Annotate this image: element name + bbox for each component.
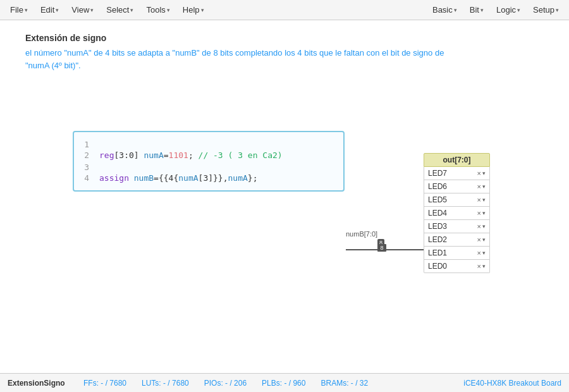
status-project-name: ExtensionSigno [8, 379, 83, 388]
code-bracket: [3:0] [114, 150, 144, 160]
line-num-1: 1 [74, 138, 97, 149]
code-comment: // -3 ( 3 en Ca2) [199, 150, 283, 160]
status-luts: LUTs: - / 7680 [142, 379, 189, 388]
menu-setup-arrow: ▾ [556, 7, 559, 13]
var-numa: numA [144, 150, 163, 160]
menubar-right: Basic ▾ Bit ▾ Logic ▾ Setup ▾ [427, 3, 564, 17]
led4-controls: × ▾ [477, 209, 486, 217]
menu-select-label: Select [106, 5, 129, 15]
led0-dropdown[interactable]: ▾ [482, 263, 486, 269]
menu-help-arrow: ▾ [201, 7, 204, 13]
led3-x-btn[interactable]: × [477, 223, 481, 230]
output-row-led2: LED2 × ▾ [424, 233, 490, 247]
menu-tools-arrow: ▾ [167, 7, 170, 13]
led6-controls: × ▾ [477, 183, 486, 190]
menu-logic[interactable]: Logic ▾ [491, 3, 525, 17]
menu-bit-label: Bit [470, 5, 479, 15]
led1-label: LED1 [428, 248, 447, 257]
section-desc: el número "numA" de 4 bits se adapta a "… [25, 47, 468, 71]
menu-view-arrow: ▾ [90, 7, 94, 13]
menu-select-arrow: ▾ [130, 7, 133, 13]
wire-label: numB[7:0] [346, 230, 377, 238]
led7-x-btn[interactable]: × [477, 169, 481, 177]
status-ffs: FFs: - / 7680 [83, 379, 126, 388]
led0-label: LED0 [428, 262, 447, 271]
led1-controls: × ▾ [477, 249, 486, 257]
output-row-led0: LED0 × ▾ [424, 260, 490, 273]
menu-file[interactable]: File ▾ [5, 3, 33, 17]
led1-dropdown[interactable]: ▾ [482, 250, 486, 256]
var-numa3: numA [228, 173, 248, 183]
status-board: iCE40-HX8K Breakout Board [463, 379, 561, 388]
menu-help-label: Help [183, 5, 200, 15]
led7-controls: × ▾ [477, 169, 486, 177]
menu-help[interactable]: Help ▾ [178, 3, 209, 17]
line-num-4: 4 [74, 172, 97, 184]
led7-label: LED7 [428, 169, 447, 178]
line-code-3 [97, 161, 343, 172]
menu-edit-arrow: ▾ [56, 7, 59, 13]
kw-reg: reg [99, 150, 114, 160]
led2-label: LED2 [428, 235, 447, 244]
menu-bit[interactable]: Bit ▾ [465, 3, 489, 17]
output-row-led6: LED6 × ▾ [424, 180, 490, 193]
menu-file-arrow: ▾ [25, 7, 28, 13]
output-row-led3: LED3 × ▾ [424, 220, 490, 233]
led2-x-btn[interactable]: × [477, 236, 481, 243]
code-container: 1 2 reg[3:0] numA=1101; // -3 ( 3 en Ca2… [73, 131, 345, 192]
led3-label: LED3 [428, 222, 447, 231]
led4-x-btn[interactable]: × [477, 209, 481, 217]
wire-badge: 8 [377, 239, 384, 247]
code-line-2: 2 reg[3:0] numA=1101; // -3 ( 3 en Ca2) [74, 149, 343, 161]
code-idx: [3]}}, [199, 173, 228, 183]
menu-setup[interactable]: Setup ▾ [528, 3, 564, 17]
led3-dropdown[interactable]: ▾ [482, 223, 486, 230]
led0-controls: × ▾ [477, 262, 486, 270]
menu-view-label: View [71, 5, 89, 15]
led4-label: LED4 [428, 209, 447, 217]
menu-tools-label: Tools [146, 5, 165, 15]
menu-edit[interactable]: Edit ▾ [35, 3, 64, 17]
code-line-3: 3 [74, 161, 343, 172]
menu-bit-arrow: ▾ [480, 7, 484, 13]
led4-dropdown[interactable]: ▾ [482, 210, 486, 216]
menu-basic[interactable]: Basic ▾ [427, 3, 462, 17]
menubar: File ▾ Edit ▾ View ▾ Select ▾ Tools ▾ He… [0, 0, 569, 20]
section-title: Extensión de signo [25, 33, 544, 43]
led6-label: LED6 [428, 182, 447, 191]
menubar-left: File ▾ Edit ▾ View ▾ Select ▾ Tools ▾ He… [5, 3, 209, 17]
code-line-4: 4 assign numB={{4{numA[3]}},numA}; [74, 172, 343, 184]
line-num-2: 2 [74, 149, 97, 161]
output-box: out[7:0] LED7 × ▾ LED6 × ▾ LED5 × ▾ LED4 [424, 153, 490, 273]
main-content: Extensión de signo el número "numA" de 4… [0, 20, 569, 373]
line-num-3: 3 [74, 161, 97, 172]
led2-controls: × ▾ [477, 236, 486, 243]
menu-logic-arrow: ▾ [517, 7, 520, 13]
menu-logic-label: Logic [496, 5, 516, 15]
led7-dropdown[interactable]: ▾ [482, 170, 486, 176]
output-row-led1: LED1 × ▾ [424, 247, 490, 260]
kw-assign: assign [99, 173, 129, 183]
var-numa2: numA [178, 173, 198, 183]
var-numb: numB [134, 173, 154, 183]
led5-dropdown[interactable]: ▾ [482, 197, 486, 203]
code-assign-sym: ={{4{ [154, 173, 178, 183]
led5-label: LED5 [428, 195, 447, 204]
menu-tools[interactable]: Tools ▾ [141, 3, 174, 17]
line-code-1 [97, 138, 343, 149]
menu-view[interactable]: View ▾ [66, 3, 99, 17]
line-code-4: assign numB={{4{numA[3]}},numA}; [97, 172, 343, 184]
statusbar: ExtensionSigno FFs: - / 7680 LUTs: - / 7… [0, 373, 569, 392]
led6-dropdown[interactable]: ▾ [482, 183, 486, 190]
led5-x-btn[interactable]: × [477, 196, 481, 204]
led2-dropdown[interactable]: ▾ [482, 236, 486, 243]
val-1101: 1101 [169, 150, 188, 160]
menu-edit-label: Edit [40, 5, 54, 15]
led6-x-btn[interactable]: × [477, 183, 481, 190]
output-row-led7: LED7 × ▾ [424, 167, 490, 180]
led1-x-btn[interactable]: × [477, 249, 481, 257]
output-header: out[7:0] [424, 153, 490, 167]
output-row-led5: LED5 × ▾ [424, 193, 490, 207]
menu-select[interactable]: Select ▾ [101, 3, 138, 17]
led0-x-btn[interactable]: × [477, 262, 481, 270]
